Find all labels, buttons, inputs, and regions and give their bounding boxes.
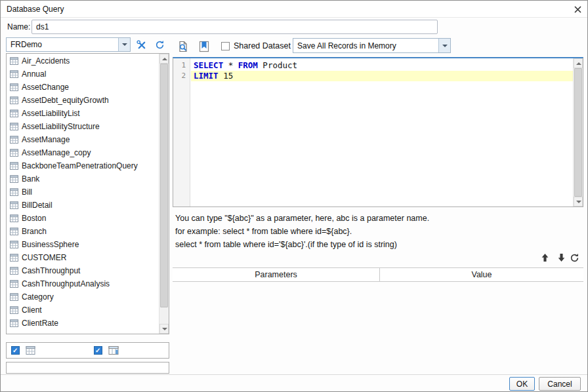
list-item[interactable]: BillDetail — [7, 199, 158, 212]
table-list-scrollbar[interactable] — [159, 54, 169, 334]
close-button[interactable] — [568, 1, 587, 18]
list-item[interactable]: CUSTOMER — [7, 251, 158, 264]
list-item[interactable]: Category — [7, 290, 158, 304]
table-name: BusinessSphere — [22, 240, 79, 249]
table-name: AssetChange — [22, 83, 69, 92]
list-item[interactable]: BusinessSphere — [7, 238, 158, 251]
table-name: AssetDebt_equityGrowth — [22, 96, 109, 105]
table-icon — [10, 83, 18, 92]
line-number: 2 — [173, 71, 190, 81]
refresh-tables-button[interactable] — [152, 37, 167, 52]
list-item[interactable]: AssetLiabilityList — [7, 107, 158, 120]
table-icon — [10, 280, 18, 288]
wrench-icon — [136, 40, 146, 50]
preview-icon — [177, 41, 189, 52]
help-line-3: select * from table where id='${abc}'.(i… — [175, 238, 569, 251]
dialog-title: Database Query — [7, 1, 64, 18]
list-item[interactable]: AssetManage — [7, 133, 158, 146]
table-name: CashThroughputAnalysis — [22, 279, 110, 288]
table-name: AssetManage — [22, 135, 70, 144]
scroll-up-icon[interactable] — [574, 58, 583, 68]
chevron-down-icon[interactable] — [438, 39, 450, 52]
parameters-column-header: Parameters — [173, 268, 380, 281]
list-item[interactable]: Air_Accidents — [7, 54, 158, 68]
table-icon — [10, 149, 18, 157]
connection-settings-button[interactable] — [133, 37, 149, 52]
titlebar[interactable]: Database Query — [1, 1, 587, 18]
view-icon — [108, 345, 119, 355]
move-up-button[interactable] — [538, 252, 551, 264]
list-item[interactable]: ClientRate — [7, 317, 158, 330]
list-item[interactable]: Branch — [7, 225, 158, 238]
list-item[interactable]: AssetManage_copy — [7, 146, 158, 159]
table-name: BillDetail — [22, 201, 52, 210]
dataset-name-input[interactable] — [32, 20, 438, 34]
preview-button[interactable] — [175, 38, 192, 54]
table-search-box[interactable] — [6, 362, 169, 374]
scrollbar-thumb[interactable] — [574, 68, 582, 197]
close-icon — [574, 5, 582, 14]
parameters-table-header: Parameters Value — [173, 267, 583, 282]
list-item[interactable]: Bill — [7, 186, 158, 199]
table-name: Bank — [22, 174, 39, 184]
shared-dataset-checkbox[interactable] — [221, 42, 230, 50]
move-down-button[interactable] — [555, 252, 568, 264]
refresh-icon — [155, 40, 165, 50]
list-item[interactable]: Bank — [7, 172, 158, 186]
sql-line[interactable]: SELECT * FROM Product — [191, 60, 573, 71]
scroll-down-icon[interactable] — [574, 197, 583, 206]
table-icon — [10, 267, 18, 275]
table-icon — [10, 293, 18, 302]
ok-button[interactable]: OK — [509, 377, 535, 391]
table-icon — [10, 227, 18, 236]
filter-row — [6, 342, 169, 359]
table-icon — [10, 175, 18, 184]
table-icon — [10, 109, 18, 118]
list-item[interactable]: Annual — [7, 68, 158, 81]
list-item[interactable]: AssetChange — [7, 81, 158, 94]
table-icon — [10, 254, 18, 262]
value-column-header: Value — [380, 268, 583, 281]
tables-filter-checkbox[interactable] — [11, 346, 20, 355]
table-name: CUSTOMER — [22, 253, 66, 262]
list-item[interactable]: Boston — [7, 212, 158, 225]
help-line-1: You can type "${abc}" as a parameter, he… — [175, 212, 569, 225]
list-item[interactable]: AssetLiabilityStructure — [7, 120, 158, 133]
save-mode-dropdown[interactable]: Save All Records in Memory — [293, 38, 451, 53]
table-icon — [10, 70, 18, 79]
scroll-up-icon[interactable] — [159, 54, 169, 64]
datasource-dropdown[interactable]: FRDemo — [6, 37, 131, 52]
parameter-help: You can type "${abc}" as a parameter, he… — [175, 212, 569, 251]
sql-code[interactable]: SELECT * FROM ProductLIMIT 15 — [191, 58, 573, 206]
sql-editor[interactable]: 12 SELECT * FROM ProductLIMIT 15 — [173, 57, 583, 207]
list-item[interactable]: CashThroughput — [7, 264, 158, 277]
datasource-value: FRDemo — [10, 38, 117, 51]
list-item[interactable]: Client — [7, 304, 158, 317]
table-icon — [26, 345, 35, 355]
table-name: Branch — [22, 227, 47, 236]
table-name: Air_Accidents — [22, 56, 70, 66]
sql-line[interactable]: LIMIT 15 — [191, 71, 573, 81]
cancel-button[interactable]: Cancel — [539, 377, 581, 391]
scrollbar-thumb[interactable] — [160, 64, 168, 307]
table-icon — [10, 188, 18, 197]
list-item[interactable]: AssetDebt_equityGrowth — [7, 94, 158, 107]
list-item[interactable]: BackboneTeamPenetrationQuery — [7, 159, 158, 172]
list-item[interactable]: CashThroughputAnalysis — [7, 277, 158, 290]
scroll-down-icon[interactable] — [159, 324, 169, 334]
save-mode-value: Save All Records in Memory — [297, 39, 437, 52]
refresh-icon — [570, 253, 579, 263]
database-query-dialog: Database Query Name: FRDemo Air_Accident… — [0, 0, 588, 392]
arrow-up-icon — [541, 253, 549, 262]
table-name: Bill — [22, 187, 32, 197]
name-label: Name: — [7, 20, 30, 34]
footer-separator — [1, 374, 588, 375]
views-filter-checkbox[interactable] — [94, 346, 102, 355]
sql-scrollbar[interactable] — [573, 58, 583, 206]
bookmark-button[interactable] — [196, 38, 213, 54]
chevron-down-icon[interactable] — [118, 38, 130, 51]
shared-dataset-label: Shared Dataset — [234, 38, 291, 54]
table-icon — [10, 57, 18, 66]
refresh-parameters-button[interactable] — [568, 252, 581, 264]
table-name: Category — [22, 292, 54, 302]
